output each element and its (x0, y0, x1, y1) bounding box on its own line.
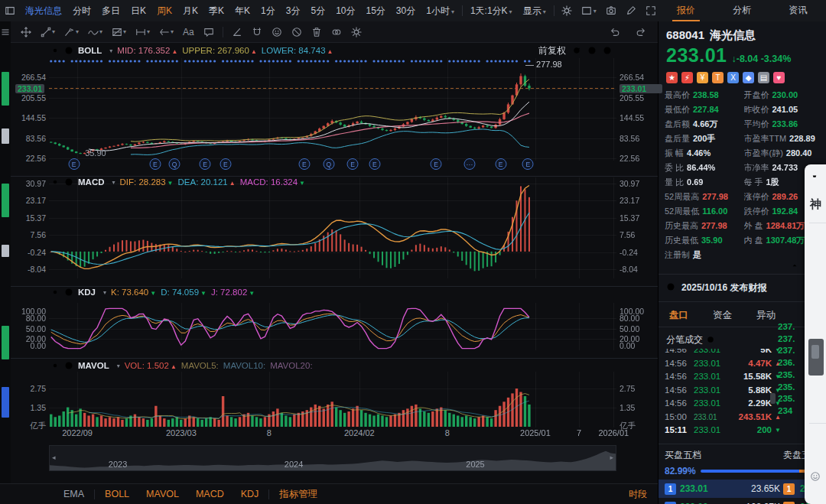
boll-dropdown-icon[interactable]: ▾ (109, 47, 112, 54)
earnings-report-row[interactable]: 2025/10/16 发布财报 (659, 274, 826, 302)
indicator-button-指标管理[interactable]: 指标管理 (271, 488, 326, 501)
undo-icon[interactable] (606, 27, 624, 37)
fibonacci-tool-icon[interactable]: ▾ (108, 27, 130, 37)
indicator-button-BOLL[interactable]: BOLL (96, 489, 138, 499)
period-tab-多日[interactable]: 多日 (96, 5, 125, 18)
period-tab-年K[interactable]: 年K (229, 5, 255, 18)
pin-icon[interactable] (810, 172, 826, 184)
indicator-button-KDJ[interactable]: KDJ (233, 489, 268, 499)
collapse-stats-icon[interactable] (791, 261, 798, 272)
macd-chart[interactable] (49, 177, 616, 278)
text-tool-icon[interactable]: Aa (179, 27, 198, 37)
draw-icon[interactable] (621, 5, 641, 16)
navigator-left-handle[interactable]: ◂ (52, 454, 56, 461)
candlestick-chart[interactable] (49, 58, 616, 161)
badge-flag[interactable]: ★ (666, 72, 678, 83)
macd-settings-icon[interactable] (50, 177, 60, 187)
hide-drawings-icon[interactable] (288, 27, 306, 37)
event-marker-⋯[interactable]: ⋯ (463, 158, 475, 170)
toolbar-settings-icon[interactable] (347, 27, 366, 37)
emoji-tool-icon[interactable] (268, 27, 286, 37)
badge-tag[interactable]: ◆ (743, 72, 754, 83)
chart-navigator[interactable]: ◂ ▸ 202320242025 (49, 445, 616, 471)
trendline-tool-icon[interactable]: ▾ (37, 27, 59, 37)
thumbnail-image[interactable] (808, 339, 824, 376)
period-tab-日K[interactable]: 日K (125, 5, 151, 18)
chart-settings-icon[interactable] (557, 5, 577, 16)
comment-tool-icon[interactable] (200, 27, 218, 37)
indicator-button-EMA[interactable]: EMA (55, 489, 93, 499)
badge-x[interactable]: X (727, 72, 739, 83)
indicator-button-MAVOL[interactable]: MAVOL (138, 489, 187, 499)
time-range-button[interactable]: 时段 (629, 488, 647, 501)
period-tab-1小时[interactable]: 1小时▾ (421, 5, 460, 18)
mavol-dropdown-icon[interactable]: ▾ (117, 363, 120, 369)
event-marker-E[interactable]: E (68, 158, 80, 170)
period-tab-季K[interactable]: 季K (203, 5, 229, 18)
boll-settings-icon[interactable] (50, 46, 60, 55)
link-charts-icon[interactable] (327, 27, 346, 37)
redo-icon[interactable] (632, 27, 650, 37)
arrow-tool-icon[interactable]: ▾ (155, 27, 177, 37)
pane-expand-icon[interactable] (630, 337, 638, 348)
tick-row[interactable]: 15:11233.01200▼ (665, 424, 826, 437)
period-tab-月K[interactable]: 月K (177, 5, 203, 18)
period-tab-周K[interactable]: 周K (151, 5, 177, 18)
panel-tab-报价[interactable]: 报价 (672, 0, 700, 21)
depth-row[interactable]: 1233.0123.65K123 (659, 480, 826, 498)
period-tab-30分[interactable]: 30分 (391, 5, 421, 18)
kdj-settings-icon[interactable] (50, 288, 60, 297)
panel-tab-分析[interactable]: 分析 (728, 0, 756, 21)
event-marker-Q[interactable]: Q (323, 158, 334, 170)
fullscreen-icon[interactable] (641, 5, 656, 16)
screenshot-icon[interactable] (601, 5, 621, 16)
kdj-close-icon[interactable] (64, 288, 73, 297)
period-tab-15分[interactable]: 15分 (361, 5, 391, 18)
macd-close-icon[interactable] (64, 177, 73, 187)
badge-margin[interactable]: T (712, 72, 724, 83)
adjust-mode-button[interactable]: 前复权 (538, 44, 566, 57)
window-icon[interactable] (0, 5, 20, 16)
indicator-button-MACD[interactable]: MACD (187, 489, 233, 499)
event-marker-E[interactable]: E (369, 158, 380, 170)
pane-expand-icon[interactable] (630, 408, 638, 419)
event-marker-E[interactable]: E (431, 158, 442, 170)
floating-side-panel[interactable]: 神 (805, 164, 826, 504)
pitchfork-tool-icon[interactable]: ▾ (60, 27, 83, 37)
magnet-tool-icon[interactable] (248, 27, 266, 37)
pankou-tab-资金[interactable]: 资金 (713, 309, 732, 322)
mavol-settings-icon[interactable] (50, 361, 60, 370)
event-marker-E[interactable]: E (298, 158, 310, 170)
menu-icon[interactable] (1, 28, 11, 39)
macd-dropdown-icon[interactable]: ▾ (112, 179, 115, 186)
period-tab-10分[interactable]: 10分 (330, 5, 360, 18)
reset-zoom-icon[interactable] (572, 46, 581, 55)
angle-tool-icon[interactable] (228, 27, 246, 37)
zoom-in-icon[interactable] (603, 46, 612, 55)
period-tab-1分[interactable]: 1分 (255, 5, 281, 18)
pane-expand-icon[interactable] (630, 215, 638, 226)
badge-heart[interactable]: ♥ (773, 72, 785, 83)
kdj-dropdown-icon[interactable]: ▾ (103, 289, 106, 296)
delete-drawings-icon[interactable] (307, 27, 326, 37)
badge-note[interactable]: ▤ (758, 72, 769, 83)
navigator-right-handle[interactable]: ▸ (610, 454, 613, 461)
event-marker-E[interactable]: E (522, 158, 534, 170)
period-tab-5分[interactable]: 5分 (305, 5, 330, 18)
mavol-close-icon[interactable] (64, 361, 73, 370)
pankou-tab-盘口[interactable]: 盘口 (669, 309, 688, 322)
kdj-chart[interactable] (49, 303, 616, 350)
stock-name-link[interactable]: 海光信息 (20, 5, 67, 18)
badge-coin[interactable]: ¥ (697, 72, 708, 83)
boll-close-icon[interactable] (64, 46, 73, 55)
period-tab-分时[interactable]: 分时 (67, 5, 96, 18)
display-dropdown[interactable]: 显示▾ (518, 5, 551, 18)
interval-dropdown[interactable]: 1天:1分K▾ (465, 5, 518, 18)
event-marker-Q[interactable]: Q (168, 158, 180, 170)
crosshair-icon[interactable] (17, 27, 35, 37)
scrollbar-thumb[interactable] (770, 393, 776, 404)
badge-lightning[interactable]: ⚡ (681, 72, 693, 83)
zoom-out-icon[interactable] (587, 46, 597, 55)
wave-tool-icon[interactable]: ▾ (84, 27, 106, 37)
panel-tab-资讯[interactable]: 资讯 (784, 0, 811, 21)
